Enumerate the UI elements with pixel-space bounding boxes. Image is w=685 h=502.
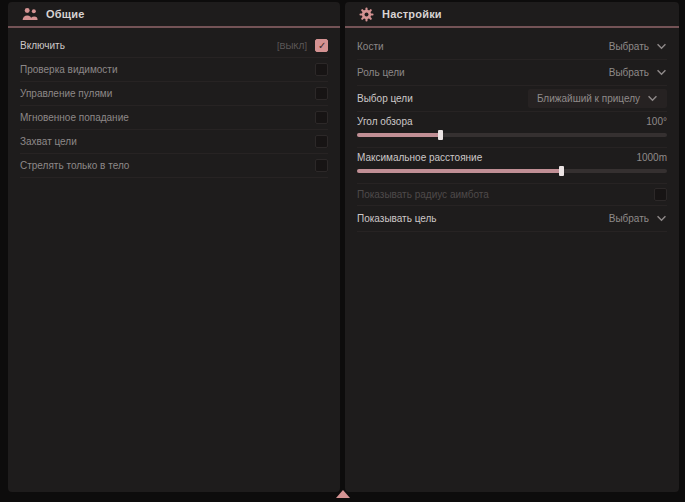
menu-window: Общие Включить [ВЫКЛ] Проверка видимости…: [0, 0, 685, 502]
setting-label: Максимальное расстояние: [357, 152, 482, 163]
visibility-check-checkbox[interactable]: [315, 63, 328, 76]
row-enable: Включить [ВЫКЛ]: [20, 34, 328, 58]
max-distance-value: 1000m: [636, 152, 667, 163]
row-bones: Кости Выбрать: [357, 34, 667, 60]
max-distance-slider-fill: [357, 169, 562, 173]
panel-general: Общие Включить [ВЫКЛ] Проверка видимости…: [8, 2, 340, 492]
row-bullet-control: Управление пулями: [20, 82, 328, 106]
setting-label: Показывать цель: [357, 213, 437, 224]
setting-label: Включить: [20, 40, 65, 51]
row-target-role: Роль цели Выбрать: [357, 60, 667, 86]
bones-dropdown[interactable]: Выбрать: [609, 41, 667, 52]
row-show-radius: Показывать радиус аимбота: [357, 184, 667, 206]
fov-value: 100°: [646, 116, 667, 127]
setting-label: Кости: [357, 41, 384, 52]
dropdown-value: Ближайший к прицелу: [537, 93, 640, 104]
row-show-target: Показывать цель Выбрать: [357, 206, 667, 232]
dropdown-value: Выбрать: [609, 41, 649, 52]
panel-settings-title: Настройки: [382, 8, 442, 20]
scroll-up-indicator[interactable]: [336, 490, 350, 498]
fov-slider-handle[interactable]: [438, 130, 443, 140]
body-only-checkbox[interactable]: [315, 159, 328, 172]
fov-slider-fill: [357, 133, 441, 137]
setting-label: Роль цели: [357, 67, 405, 78]
target-role-dropdown[interactable]: Выбрать: [609, 67, 667, 78]
setting-label: Угол обзора: [357, 116, 413, 127]
row-body-only: Стрелять только в тело: [20, 154, 328, 178]
users-icon: [22, 7, 38, 21]
row-fov: Угол обзора 100°: [357, 112, 667, 148]
instant-hit-checkbox[interactable]: [315, 111, 328, 124]
show-target-dropdown[interactable]: Выбрать: [609, 213, 667, 224]
chevron-down-icon: [656, 215, 667, 222]
hotkey-tag: [ВЫКЛ]: [277, 41, 307, 51]
panel-general-body: Включить [ВЫКЛ] Проверка видимости Управ…: [8, 28, 340, 178]
setting-label: Мгновенное попадание: [20, 112, 129, 123]
row-target-lock: Захват цели: [20, 130, 328, 154]
panel-settings-body: Кости Выбрать Роль цели Выбрать: [345, 28, 679, 232]
setting-label: Захват цели: [20, 136, 77, 147]
chevron-down-icon: [656, 43, 667, 50]
panel-settings-header: Настройки: [345, 2, 679, 28]
row-visibility-check: Проверка видимости: [20, 58, 328, 82]
chevron-down-icon: [647, 95, 658, 102]
fov-slider[interactable]: [357, 133, 667, 137]
setting-label: Проверка видимости: [20, 64, 118, 75]
dropdown-value: Выбрать: [609, 213, 649, 224]
bullet-control-checkbox[interactable]: [315, 87, 328, 100]
max-distance-slider-handle[interactable]: [559, 166, 564, 176]
gear-icon: [359, 7, 374, 22]
setting-label: Показывать радиус аимбота: [357, 189, 489, 200]
chevron-down-icon: [656, 69, 667, 76]
target-lock-checkbox[interactable]: [315, 135, 328, 148]
dropdown-value: Выбрать: [609, 67, 649, 78]
setting-label: Управление пулями: [20, 88, 112, 99]
setting-label: Выбор цели: [357, 93, 413, 104]
show-radius-checkbox[interactable]: [654, 188, 667, 201]
target-select-dropdown[interactable]: Ближайший к прицелу: [528, 89, 667, 108]
row-max-distance: Максимальное расстояние 1000m: [357, 148, 667, 184]
row-target-select: Выбор цели Ближайший к прицелу: [357, 86, 667, 112]
setting-label: Стрелять только в тело: [20, 160, 129, 171]
panel-general-header: Общие: [8, 2, 340, 28]
panel-general-title: Общие: [46, 8, 85, 20]
row-instant-hit: Мгновенное попадание: [20, 106, 328, 130]
max-distance-slider[interactable]: [357, 169, 667, 173]
enable-checkbox[interactable]: [315, 39, 328, 52]
panel-settings: Настройки Кости Выбрать Роль цели Выбрат…: [345, 2, 679, 492]
